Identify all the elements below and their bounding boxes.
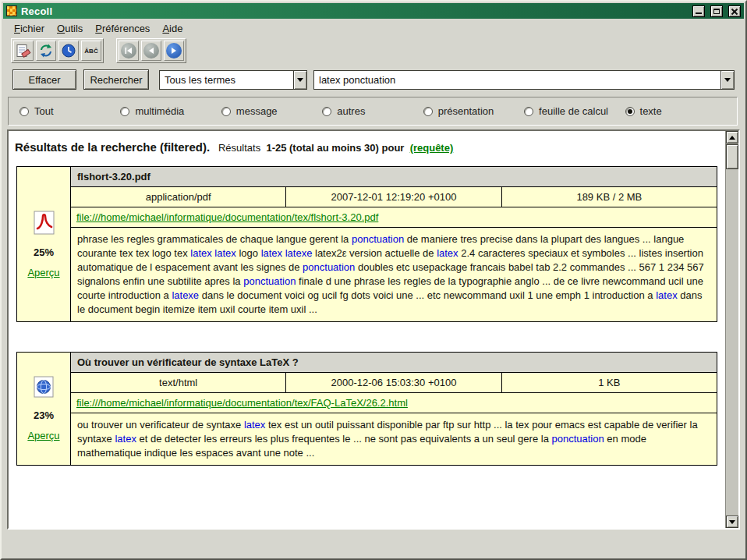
recoll-window: Recoll Fichier Outils Préférences Aide [0, 0, 747, 560]
arrow-up-icon [729, 136, 735, 140]
result-meta-row: text/html 2000-12-06 15:03:30 +0100 1 KB [70, 372, 717, 393]
query-input[interactable] [314, 71, 720, 89]
search-mode-value: Tous les termes [160, 71, 293, 89]
clear-button[interactable]: Effacer [12, 69, 76, 90]
filter-radio-texte[interactable]: texte [625, 105, 726, 117]
chevron-down-icon [724, 78, 731, 82]
radio-icon [423, 107, 433, 116]
result-mime: text/html [70, 372, 286, 393]
result-body: Où trouver un vérificateur de syntaxe La… [70, 352, 717, 466]
filter-radio-multimedia[interactable]: multimédia [120, 105, 221, 117]
previous-page-icon [143, 43, 159, 58]
first-page-icon [121, 43, 136, 58]
result-meta-row: application/pdf 2007-12-01 12:19:20 +010… [70, 186, 717, 207]
search-button[interactable]: Rechercher [83, 69, 149, 90]
filter-label: multimédia [135, 105, 184, 117]
minimize-button[interactable] [692, 5, 705, 17]
filter-label: autres [337, 105, 365, 117]
filter-label: Tout [34, 105, 54, 117]
result-side-panel: 25% Aperçu [16, 166, 71, 322]
clear-search-button[interactable] [13, 41, 34, 61]
minimize-icon [696, 12, 702, 14]
result-title[interactable]: Où trouver un vérificateur de syntaxe La… [70, 352, 717, 373]
menu-preferences[interactable]: Préférences [89, 19, 156, 37]
update-index-button[interactable] [36, 41, 56, 61]
preview-link[interactable]: Aperçu [27, 267, 59, 278]
result-title[interactable]: flshort-3.20.pdf [70, 166, 717, 187]
menubar: Fichier Outils Préférences Aide [3, 19, 744, 37]
menu-fichier[interactable]: Fichier [8, 19, 51, 37]
radio-icon [625, 107, 635, 116]
search-mode-select[interactable]: Tous les termes [159, 70, 307, 90]
results-area: Résultats de la recherche (filtered). Ré… [7, 129, 740, 530]
chevron-down-icon [297, 78, 303, 82]
results-scrollbar[interactable] [725, 131, 738, 528]
search-bar: Effacer Rechercher Tous les termes [3, 67, 744, 92]
previous-page-button[interactable] [141, 41, 161, 61]
filter-label: texte [640, 105, 662, 117]
search-mode-arrow[interactable] [293, 71, 306, 89]
scroll-up-button[interactable] [726, 131, 738, 144]
query-details-link[interactable]: (requête) [410, 142, 454, 154]
term-explorer-icon: ÂBĈ [84, 48, 97, 55]
filter-label: présentation [438, 105, 494, 117]
scroll-down-button[interactable] [726, 516, 738, 528]
toolbar: ÂBĈ [3, 37, 744, 64]
term-explorer-button[interactable]: ÂBĈ [81, 41, 101, 61]
update-index-icon [38, 43, 54, 58]
category-filter-bar: Tout multimédia message autres présentat… [8, 97, 738, 126]
result-date: 2000-12-06 15:03:30 +0100 [285, 372, 501, 393]
preview-link[interactable]: Aperçu [27, 430, 59, 441]
result-url-row: file:///home/michael/informatique/docume… [70, 207, 717, 228]
close-button[interactable] [728, 5, 741, 17]
toolbar-group-main: ÂBĈ [11, 38, 104, 63]
document-history-icon [61, 43, 76, 58]
next-page-button[interactable] [164, 41, 184, 61]
scrollbar-thumb[interactable] [726, 144, 738, 169]
result-size: 189 KB / 2 MB [501, 186, 717, 207]
radio-icon [120, 107, 129, 116]
relevance-percent: 23% [34, 409, 54, 421]
close-icon [729, 6, 740, 16]
maximize-button[interactable] [710, 5, 723, 17]
document-history-button[interactable] [58, 41, 79, 61]
filter-radio-message[interactable]: message [221, 105, 322, 117]
query-combobox [313, 70, 735, 90]
query-history-arrow[interactable] [720, 71, 734, 89]
clear-search-icon [16, 43, 31, 58]
html-icon [34, 376, 54, 398]
result-url-link[interactable]: file:///home/michael/informatique/docume… [76, 397, 408, 409]
result-snippet: ou trouver un verificateur de syntaxe la… [70, 413, 717, 466]
filter-radio-feuille-de-calcul[interactable]: feuille de calcul [524, 105, 625, 117]
filter-radio-autres[interactable]: autres [322, 105, 423, 117]
radio-icon [322, 107, 331, 116]
result-item: 25% Aperçu flshort-3.20.pdf application/… [16, 166, 717, 322]
result-snippet: phrase les regles grammaticales de chaqu… [70, 227, 717, 322]
radio-icon [221, 107, 231, 116]
results-header: Résultats de la recherche (filtered). Ré… [10, 134, 724, 163]
result-url-row: file:///home/michael/informatique/docume… [70, 392, 717, 413]
filter-radio-presentation[interactable]: présentation [423, 105, 524, 117]
pdf-icon [34, 211, 55, 235]
filter-label: message [236, 105, 278, 117]
result-side-panel: 23% Aperçu [16, 352, 71, 466]
titlebar[interactable]: Recoll [3, 3, 744, 19]
filter-radio-tout[interactable]: Tout [19, 105, 120, 117]
result-url-link[interactable]: file:///home/michael/informatique/docume… [76, 211, 378, 223]
result-size: 1 KB [501, 372, 717, 393]
results-range: 1-25 (total au moins 30) pour [266, 142, 404, 154]
results-title: Résultats de la recherche (filtered). [15, 140, 210, 154]
toolbar-group-nav [116, 38, 186, 63]
result-list: 25% Aperçu flshort-3.20.pdf application/… [10, 166, 724, 466]
app-icon [6, 5, 17, 16]
relevance-percent: 25% [34, 246, 54, 258]
radio-icon [19, 107, 29, 116]
maximize-icon [713, 9, 720, 14]
filetype-icon [34, 211, 55, 238]
filter-label: feuille de calcul [539, 105, 608, 117]
first-page-button[interactable] [119, 41, 139, 61]
result-date: 2007-12-01 12:19:20 +0100 [285, 186, 501, 207]
menu-outils[interactable]: Outils [51, 19, 89, 37]
result-body: flshort-3.20.pdf application/pdf 2007-12… [70, 166, 717, 322]
menu-aide[interactable]: Aide [156, 19, 189, 37]
